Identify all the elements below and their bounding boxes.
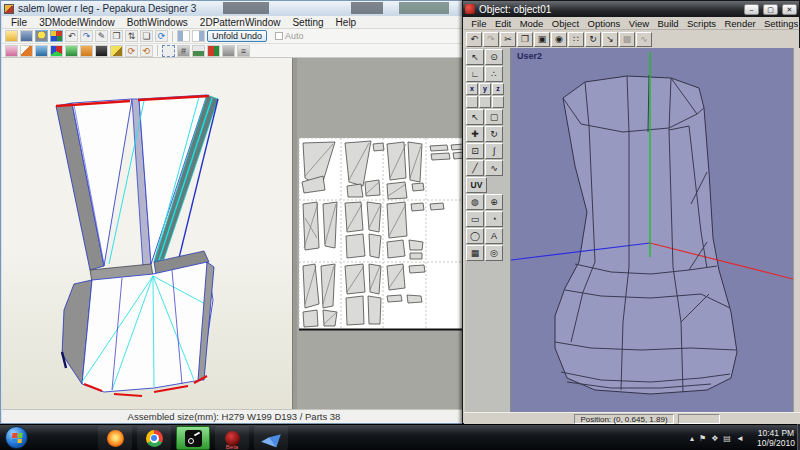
- undo-icon[interactable]: ↶: [65, 30, 78, 42]
- unfold-undo-button[interactable]: Unfold Undo: [207, 30, 267, 42]
- multi-color-icon[interactable]: [50, 45, 63, 57]
- taskbar-app-beta[interactable]: Beta: [215, 426, 249, 450]
- geosphere-tool[interactable]: ⊕: [485, 194, 503, 210]
- bucket-icon[interactable]: [110, 45, 123, 57]
- ellipse-tool[interactable]: ◯: [466, 228, 484, 244]
- taskbar-app-blue[interactable]: [254, 426, 288, 450]
- primitive-tool[interactable]: ◔: [485, 211, 503, 227]
- image-view-icon[interactable]: [35, 45, 48, 57]
- sphere-tool[interactable]: ◍: [466, 194, 484, 210]
- anim8or-viewport[interactable]: User2: [511, 48, 793, 412]
- menu-build[interactable]: Build: [653, 18, 683, 29]
- pepakura-2d-pattern-view[interactable]: [297, 58, 466, 409]
- all-views-icon[interactable]: ∷: [568, 32, 584, 47]
- move-updown-icon[interactable]: ⇅: [125, 30, 138, 42]
- cut-icon[interactable]: ✂: [500, 32, 516, 47]
- volume-icon[interactable]: ◄: [736, 434, 744, 443]
- rotate-tool[interactable]: ↻: [485, 126, 503, 142]
- pepakura-3d-view[interactable]: [2, 58, 292, 409]
- grid-tool[interactable]: ▦: [466, 245, 484, 261]
- axis-y-toggle[interactable]: y: [479, 83, 491, 95]
- copy-icon[interactable]: ❐: [517, 32, 533, 47]
- menu-file[interactable]: File: [467, 18, 491, 29]
- taskbar-app-steam-active[interactable]: [176, 426, 210, 450]
- hardware-icon[interactable]: ❖: [711, 434, 718, 443]
- action-center-flag-icon[interactable]: ⚑: [699, 434, 706, 443]
- layout-left-window-icon[interactable]: [177, 30, 190, 42]
- select-tool[interactable]: ↖: [466, 49, 484, 65]
- drag-select-tool[interactable]: ▢: [485, 109, 503, 125]
- close-button[interactable]: ✕: [782, 4, 797, 15]
- pen-icon[interactable]: ✎: [95, 30, 108, 42]
- rotate-view-icon[interactable]: ↻: [585, 32, 601, 47]
- menu-mode[interactable]: Mode: [515, 18, 547, 29]
- axis-z-toggle[interactable]: z: [492, 83, 504, 95]
- move-tool[interactable]: ✚: [466, 126, 484, 142]
- menu-file[interactable]: File: [6, 17, 32, 28]
- pattern-check-icon[interactable]: #: [177, 45, 190, 57]
- undo-icon[interactable]: ↶: [466, 32, 482, 47]
- line-tool[interactable]: ╱: [466, 160, 484, 176]
- green-box-icon[interactable]: [65, 45, 78, 57]
- open-icon[interactable]: [5, 30, 18, 42]
- select-region-icon[interactable]: [5, 45, 18, 57]
- redo-icon[interactable]: ↷: [483, 32, 499, 47]
- auto-checkbox[interactable]: Auto: [275, 31, 304, 41]
- maximize-button[interactable]: ▢: [763, 4, 778, 15]
- cylinder-tool[interactable]: ▭: [466, 211, 484, 227]
- path-tool[interactable]: ∫: [485, 143, 503, 159]
- flag-icon[interactable]: [207, 45, 220, 57]
- menu-edit[interactable]: Edit: [491, 18, 516, 29]
- refresh-selection-icon[interactable]: ⟳: [155, 30, 168, 42]
- rotate-ccw-icon[interactable]: ⟲: [140, 45, 153, 57]
- uv-tool[interactable]: UV: [466, 177, 487, 193]
- axis-x-toggle[interactable]: x: [466, 83, 478, 95]
- menu-setting[interactable]: Setting: [287, 17, 328, 28]
- save-icon[interactable]: [20, 30, 33, 42]
- torus-tool[interactable]: ◎: [485, 245, 503, 261]
- face-select-mode[interactable]: [492, 96, 504, 108]
- anim8or-titlebar[interactable]: Object: object01 – ▢ ✕: [463, 1, 799, 17]
- printer-icon[interactable]: ≡: [237, 45, 250, 57]
- graph-icon[interactable]: ∿: [636, 32, 652, 47]
- menu-scripts[interactable]: Scripts: [683, 18, 720, 29]
- rotate-cw-icon[interactable]: ⟳: [125, 45, 138, 57]
- menu-options[interactable]: Options: [583, 18, 624, 29]
- pan-view-icon[interactable]: ↘: [602, 32, 618, 47]
- clipboard-icon[interactable]: ❐: [110, 30, 123, 42]
- photo-icon[interactable]: [192, 45, 205, 57]
- texture-palette-icon[interactable]: [50, 30, 63, 42]
- menu-view[interactable]: View: [625, 18, 654, 29]
- menu-help[interactable]: Help: [331, 17, 362, 28]
- menu-bothwindows[interactable]: BothWindows: [122, 17, 193, 28]
- vertex-select-mode[interactable]: [466, 96, 478, 108]
- paste-icon[interactable]: ▣: [534, 32, 550, 47]
- text-tool[interactable]: A: [485, 228, 503, 244]
- axis-tool[interactable]: ∟: [466, 66, 484, 82]
- arrow-select-tool[interactable]: ↖: [466, 109, 484, 125]
- taskbar-app-chrome[interactable]: [137, 426, 171, 450]
- screen-icon[interactable]: [95, 45, 108, 57]
- menu-2dpatternwindow[interactable]: 2DPatternWindow: [195, 17, 286, 28]
- light-bulb-icon[interactable]: [35, 30, 48, 42]
- fill-mode-icon[interactable]: ▩: [619, 32, 635, 47]
- menu-settings[interactable]: Settings: [760, 18, 800, 29]
- start-button[interactable]: [5, 426, 28, 449]
- eye-visibility-tool[interactable]: ⊙: [485, 49, 503, 65]
- menu-3dmodelwindow[interactable]: 3DModelWindow: [34, 17, 120, 28]
- menu-object[interactable]: Object: [548, 18, 584, 29]
- menu-render[interactable]: Render: [720, 18, 760, 29]
- select-arrow-icon[interactable]: [20, 45, 33, 57]
- taskbar-clock[interactable]: 10:41 PM 10/9/2010: [756, 428, 796, 448]
- edge-select-mode[interactable]: [479, 96, 491, 108]
- tray-expand-icon[interactable]: ▴: [690, 434, 694, 443]
- scale-tool[interactable]: ⊡: [466, 143, 484, 159]
- layout-right-window-icon[interactable]: [192, 30, 205, 42]
- network-icon[interactable]: ▤: [723, 434, 731, 443]
- group-icon[interactable]: ◉: [551, 32, 567, 47]
- marquee-icon[interactable]: [162, 45, 175, 57]
- points-tool[interactable]: ∴: [485, 66, 503, 82]
- copy-icon[interactable]: ❏: [140, 30, 153, 42]
- orange-box-icon[interactable]: [80, 45, 93, 57]
- minimize-button[interactable]: –: [744, 4, 759, 15]
